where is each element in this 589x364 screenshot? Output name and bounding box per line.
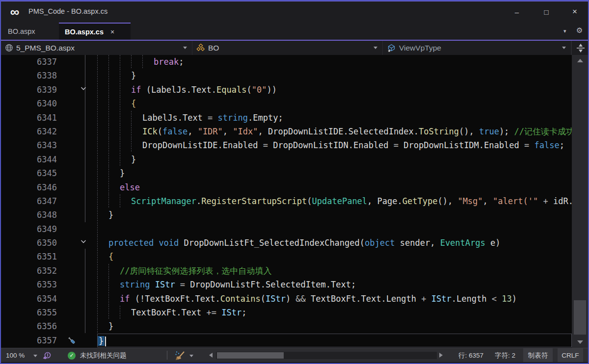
code-text[interactable]: ICk(false, "IDR", "Idx", DropDownListIDE… xyxy=(97,125,572,138)
code-text[interactable]: } xyxy=(97,208,572,222)
scroll-left-arrow-icon[interactable] xyxy=(209,353,213,358)
text-caret xyxy=(105,337,106,346)
code-text[interactable]: } xyxy=(97,334,572,347)
code-text[interactable]: { xyxy=(97,250,572,263)
glyph-margin[interactable] xyxy=(57,236,97,250)
code-text[interactable]: } xyxy=(97,166,572,180)
code-token: idR xyxy=(553,196,568,206)
code-line[interactable]: 6350protected void DropDownListFt_Select… xyxy=(1,236,572,250)
code-line[interactable]: 6347ScriptManager.RegisterStartupScript(… xyxy=(1,194,572,208)
scroll-right-arrow-icon[interactable] xyxy=(439,353,443,358)
code-line[interactable]: 6354if (!TextBoxFt.Text.Contains(IStr) &… xyxy=(1,292,572,306)
code-text[interactable]: { xyxy=(97,97,572,110)
code-line[interactable]: 6345} xyxy=(1,166,572,180)
code-line[interactable]: 6349 xyxy=(1,222,572,236)
code-line[interactable]: 6341LabelJs.Text = string.Empty; xyxy=(1,111,572,125)
code-line[interactable]: 6352//房间特征实例选择列表，选中自动填入 xyxy=(1,264,572,278)
code-line[interactable]: 6337break; xyxy=(1,55,572,69)
code-text[interactable]: } xyxy=(97,69,572,82)
close-button[interactable]: × xyxy=(563,1,586,22)
code-token: LabelJs xyxy=(151,85,187,95)
gear-icon[interactable]: ⚙ xyxy=(576,26,583,35)
code-token: "0" xyxy=(252,85,267,95)
code-cleanup-button[interactable] xyxy=(175,348,186,363)
code-text[interactable]: } xyxy=(97,319,572,333)
chevron-down-icon[interactable] xyxy=(33,355,37,357)
zoom-control[interactable]: 100 % xyxy=(6,348,25,363)
chevron-down-icon xyxy=(562,47,566,49)
type-dropdown[interactable]: BO xyxy=(192,41,383,55)
tab-bo-aspx[interactable]: BO.aspx xyxy=(4,23,55,40)
indent-guide xyxy=(97,125,108,138)
code-line[interactable]: 6353string IStr = DropDownListFt.Selecte… xyxy=(1,278,572,291)
code-text[interactable]: //房间特征实例选择列表，选中自动填入 xyxy=(97,264,572,278)
code-token: "alert('" xyxy=(493,196,538,206)
code-token: = xyxy=(258,140,273,150)
code-token: Length xyxy=(456,294,486,304)
code-text[interactable]: } xyxy=(97,153,572,166)
code-text[interactable]: protected void DropDownListFt_SelectedIn… xyxy=(97,236,572,250)
code-line[interactable]: 6357} xyxy=(1,334,572,347)
code-line[interactable]: 6348} xyxy=(1,208,572,222)
code-text[interactable]: if (!TextBoxFt.Text.Contains(IStr) && Te… xyxy=(97,292,572,306)
vertical-scrollbar[interactable] xyxy=(572,55,588,348)
code-line[interactable]: 6351{ xyxy=(1,250,572,263)
glyph-margin xyxy=(57,292,97,306)
horizontal-scrollbar-thumb[interactable] xyxy=(217,352,284,359)
tab-close-icon[interactable]: × xyxy=(110,28,114,36)
code-token: . xyxy=(212,85,216,95)
status-line-number[interactable]: 行: 6357 xyxy=(458,348,483,363)
indent-guide xyxy=(108,278,120,291)
chevron-down-icon[interactable] xyxy=(189,355,193,357)
code-text[interactable]: DropDownListIDE.Enabled = DropDownListID… xyxy=(97,138,572,152)
code-token: ); xyxy=(499,127,514,136)
code-text[interactable]: TextBoxFt.Text += IStr; xyxy=(97,306,572,319)
scroll-down-arrow-icon[interactable] xyxy=(577,340,583,344)
file-dropdown[interactable]: 5_PMS_BO.aspx xyxy=(1,41,192,55)
glyph-margin xyxy=(57,125,97,138)
maximize-button[interactable]: □ xyxy=(535,1,558,22)
code-line[interactable]: 6344} xyxy=(1,153,572,166)
glyph-margin[interactable] xyxy=(57,83,97,97)
split-editor-button[interactable] xyxy=(571,41,589,55)
line-number: 6348 xyxy=(1,208,57,222)
code-text[interactable]: ScriptManager.RegisterStartupScript(Upda… xyxy=(97,194,572,208)
code-text[interactable]: string IStr = DropDownListFt.SelectedIte… xyxy=(97,278,572,291)
code-text[interactable]: else xyxy=(97,181,572,194)
status-indent-mode[interactable]: 制表符 xyxy=(523,348,553,363)
code-line[interactable]: 6340{ xyxy=(1,97,572,110)
code-line[interactable]: 6342ICk(false, "IDR", "Idx", DropDownLis… xyxy=(1,125,572,138)
code-line[interactable]: 6355TextBoxFt.Text += IStr; xyxy=(1,306,572,319)
document-health-indicator[interactable]: ✓ 未找到相关问题 xyxy=(68,348,127,363)
indent-guide xyxy=(97,306,108,319)
member-dropdown[interactable]: ViewVpType xyxy=(383,41,571,55)
code-text[interactable]: LabelJs.Text = string.Empty; xyxy=(97,111,572,125)
code-editor[interactable]: 6337break;6338}6339if (LabelJs.Text.Equa… xyxy=(1,55,572,348)
code-text[interactable]: break; xyxy=(97,55,572,69)
touch-pointer-icon[interactable] xyxy=(42,348,52,363)
tab-overflow-chevron-icon[interactable]: ▾ xyxy=(563,28,566,34)
code-text[interactable] xyxy=(97,222,572,236)
code-line[interactable]: 6338} xyxy=(1,69,572,82)
code-token: string xyxy=(218,113,248,123)
tab-bo-aspx-cs[interactable]: BO.aspx.cs × xyxy=(59,23,131,40)
code-line[interactable]: 6356} xyxy=(1,319,572,333)
code-text[interactable]: if (LabelJs.Text.Equals("0")) xyxy=(97,83,572,97)
code-line[interactable]: 6346else xyxy=(1,181,572,194)
code-token: + xyxy=(538,196,553,206)
code-line[interactable]: 6343DropDownListIDE.Enabled = DropDownLi… xyxy=(1,138,572,152)
navigation-bar: 5_PMS_BO.aspx BO ViewVpType xyxy=(1,41,588,55)
status-line-ending[interactable]: CRLF xyxy=(558,348,583,363)
vertical-scrollbar-thumb[interactable] xyxy=(574,300,586,335)
scroll-up-arrow-icon[interactable] xyxy=(577,59,583,62)
code-line[interactable]: 6339if (LabelJs.Text.Equals("0")) xyxy=(1,83,572,97)
code-token: . xyxy=(176,308,181,317)
indent-guide xyxy=(120,153,131,166)
minimize-button[interactable]: – xyxy=(506,1,528,22)
vs-window: ∞ PMS_Code - BO.aspx.cs – □ × BO.aspx BO… xyxy=(0,0,589,364)
status-char-number[interactable]: 字符: 2 xyxy=(495,348,515,363)
divider xyxy=(167,351,167,360)
code-token: if xyxy=(131,85,141,95)
code-token: Enabled xyxy=(223,140,258,150)
horizontal-scrollbar[interactable] xyxy=(216,352,437,359)
